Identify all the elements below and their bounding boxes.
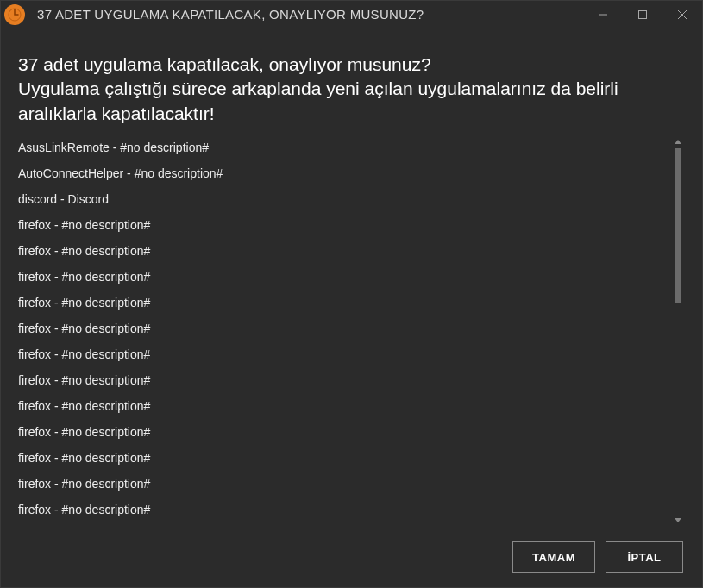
heading-line-1: 37 adet uygulama kapatılacak, onaylıyor …	[18, 53, 685, 77]
app-list: AsusLinkRemote - #no description#AutoCon…	[18, 134, 685, 527]
list-item: firefox - #no description#	[18, 445, 668, 471]
list-item: firefox - #no description#	[18, 471, 668, 497]
svg-marker-6	[675, 518, 681, 522]
cancel-button[interactable]: İPTAL	[606, 541, 683, 573]
list-item: firefox - #no description#	[18, 341, 668, 367]
list-item: discord - Discord	[18, 186, 668, 212]
list-item: firefox - #no description#	[18, 290, 668, 316]
list-item: AutoConnectHelper - #no description#	[18, 160, 668, 186]
minimize-button[interactable]	[583, 1, 623, 28]
dialog-content: 37 adet uygulama kapatılacak, onaylıyor …	[1, 28, 702, 527]
scroll-track[interactable]	[675, 148, 681, 513]
list-item: firefox - #no description#	[18, 393, 668, 419]
list-item: firefox - #no description#	[18, 419, 668, 445]
maximize-button[interactable]	[623, 1, 662, 28]
list-item: firefox - #no description#	[18, 316, 668, 341]
ok-button[interactable]: TAMAM	[512, 541, 595, 573]
scrollbar[interactable]	[671, 134, 685, 527]
close-button[interactable]	[662, 1, 702, 28]
heading-line-2: Uygulama çalıştığı sürece arkaplanda yen…	[18, 77, 685, 126]
list-item: AsusLinkRemote - #no description#	[18, 134, 668, 160]
svg-marker-5	[675, 140, 681, 144]
scroll-down-arrow-icon[interactable]	[671, 513, 685, 527]
list-item: firefox - #no description#	[18, 264, 668, 290]
list-item: firefox - #no description#	[18, 212, 668, 238]
window-controls	[583, 1, 702, 28]
list-item: firefox - #no description#	[18, 238, 668, 264]
window-title: 37 ADET UYGULAMA KAPATILACAK, ONAYLIYOR …	[37, 7, 583, 22]
svg-rect-2	[639, 10, 647, 18]
list-item: firefox - #no description#	[18, 367, 668, 393]
titlebar: 37 ADET UYGULAMA KAPATILACAK, ONAYLIYOR …	[1, 1, 702, 28]
app-icon	[4, 4, 25, 25]
dialog-footer: TAMAM İPTAL	[1, 527, 702, 587]
scroll-thumb[interactable]	[675, 148, 681, 303]
list-item: firefox - #no description#	[18, 497, 668, 522]
app-list-wrapper: AsusLinkRemote - #no description#AutoCon…	[18, 134, 685, 527]
scroll-up-arrow-icon[interactable]	[671, 134, 685, 148]
